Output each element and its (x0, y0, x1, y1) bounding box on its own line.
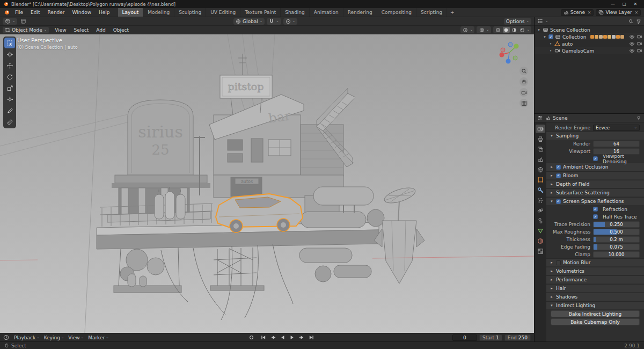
camera-view-button[interactable] (519, 88, 528, 97)
toggle-perspective-button[interactable] (519, 99, 528, 107)
pan-hand-button[interactable] (519, 77, 528, 86)
toggle-eye-icon[interactable] (629, 48, 635, 54)
section-header-shadows[interactable]: ▸Shadows (546, 293, 644, 301)
tool-move[interactable] (4, 60, 15, 71)
toggle-camera-icon[interactable] (636, 41, 642, 47)
tab-scene[interactable] (536, 155, 545, 164)
scene-object-car[interactable] (216, 194, 303, 232)
trace-precision-slider[interactable]: 0.250 (593, 221, 640, 228)
pin-icon[interactable] (636, 115, 641, 121)
timeline-menu-playback[interactable]: Playback⌄ (12, 335, 42, 340)
maximize-button[interactable]: ▢ (619, 1, 630, 8)
section-header-motion-blur[interactable]: ▸Motion Blur (546, 258, 644, 266)
outliner-row-auto[interactable]: •auto (535, 40, 644, 47)
prev-keyframe-button[interactable] (268, 334, 277, 341)
tab-texture[interactable] (536, 247, 545, 256)
outliner-row-scene-collection[interactable]: ▾Scene Collection (535, 26, 644, 33)
workspace-tab-modeling[interactable]: Modeling (143, 8, 174, 17)
overlays-toggle-group[interactable]: ⌄ (477, 26, 491, 33)
tool-cursor[interactable] (4, 49, 15, 60)
collection-checkbox[interactable]: ✓ (548, 34, 553, 39)
max-roughness-slider[interactable]: 0.500 (593, 229, 640, 235)
play-forward-button[interactable] (288, 334, 297, 341)
viewport-canvas[interactable]: sirius 25 bar (0, 34, 534, 333)
section-header-sampling[interactable]: ▾Sampling (546, 132, 644, 140)
outliner-row-gameisocam[interactable]: •GameIsoCam (535, 47, 644, 54)
value-field-render[interactable]: 64 (593, 141, 640, 147)
show-gizmo-icon[interactable] (462, 27, 469, 33)
tool-annotate[interactable] (4, 105, 15, 116)
workspace-tab-rendering[interactable]: Rendering (343, 8, 377, 17)
proportional-editing-toggle[interactable]: ⌄ (283, 18, 297, 25)
workspace-tab-scripting[interactable]: Scripting (416, 8, 447, 17)
clamp-slider[interactable]: 10.000 (593, 251, 640, 258)
shading-material-icon[interactable] (511, 27, 518, 33)
outliner-editor-icon[interactable] (537, 18, 543, 24)
tab-particles[interactable] (536, 196, 545, 205)
shading-rendered-icon[interactable] (519, 27, 526, 33)
scene-building-pitstop[interactable]: bar autos (209, 94, 343, 198)
timeline-menu-marker[interactable]: Marker⌄ (86, 335, 111, 340)
outliner-row-collection[interactable]: ▾✓Collection (535, 33, 644, 40)
view-layer-selector[interactable]: View Layer ✕ (596, 9, 641, 16)
toggle-eye-icon[interactable] (629, 41, 635, 47)
tab-constraints[interactable] (536, 216, 545, 225)
tool-scale[interactable] (4, 83, 15, 93)
workspace-tab-compositing[interactable]: Compositing (377, 8, 416, 17)
value-field-viewport[interactable]: 16 (593, 148, 640, 155)
clear-view-layer-icon[interactable]: ✕ (634, 10, 638, 15)
editor-type-button[interactable]: ⌄ (3, 18, 17, 25)
menu-help[interactable]: Help (95, 8, 114, 17)
tool-transform[interactable] (4, 94, 15, 105)
shading-solid-icon[interactable] (503, 27, 510, 33)
tab-material[interactable] (536, 237, 545, 245)
viewport-menu-view[interactable]: View (51, 26, 70, 34)
current-frame-field[interactable]: 0 (452, 335, 477, 341)
tab-modifiers[interactable] (536, 186, 545, 194)
expand-icon[interactable]: ▸ (550, 260, 554, 265)
expand-icon[interactable]: ▸ (550, 278, 554, 282)
tab-physics[interactable] (536, 206, 545, 215)
viewport-menu-add[interactable]: Add (92, 26, 109, 34)
toggle-camera-icon[interactable] (636, 48, 642, 54)
collapse-icon[interactable]: ▾ (543, 35, 547, 39)
collapse-icon[interactable]: ▾ (550, 134, 554, 138)
toggle-camera-icon[interactable] (636, 34, 642, 40)
jump-end-button[interactable] (307, 334, 316, 341)
timeline-menu-view[interactable]: View⌄ (66, 335, 86, 340)
scene-selector[interactable]: Scene ✕ (561, 9, 594, 16)
mode-dropdown[interactable]: Object Mode ⌄ (3, 27, 49, 33)
edge-fading-slider[interactable]: 0.075 (593, 244, 640, 250)
tool-measure[interactable] (4, 117, 15, 127)
tab-view-layer[interactable] (536, 145, 545, 154)
auto-keying-button[interactable] (247, 334, 256, 341)
expand-icon[interactable]: ▸ (550, 295, 554, 299)
tab-output[interactable] (536, 135, 545, 143)
clear-scene-icon[interactable]: ✕ (587, 10, 591, 15)
viewport-menu-select[interactable]: Select (70, 26, 93, 34)
show-overlays-icon[interactable] (478, 27, 485, 33)
snap-toggle[interactable]: ⌄ (267, 18, 281, 25)
menu-file[interactable]: File (11, 8, 27, 17)
expand-icon[interactable]: ▸ (550, 286, 554, 290)
menu-edit[interactable]: Edit (27, 8, 43, 17)
section-enable-checkbox[interactable]: ✓ (556, 199, 561, 204)
expand-icon[interactable]: ▸ (550, 191, 554, 195)
properties-editor-icon[interactable] (537, 115, 543, 121)
section-header-bloom[interactable]: ▸✓Bloom (546, 171, 644, 179)
expand-icon[interactable]: ▸ (550, 165, 554, 169)
section-header-volumetrics[interactable]: ▸Volumetrics (546, 267, 644, 275)
render-engine-dropdown[interactable]: Eevee ⌄ (593, 125, 640, 131)
tab-data[interactable] (536, 227, 545, 235)
tool-rotate[interactable] (4, 71, 15, 82)
add-workspace-button[interactable]: + (447, 10, 458, 15)
section-enable-checkbox[interactable]: ✓ (556, 165, 561, 170)
tab-world[interactable] (536, 165, 545, 174)
filter-funnel-icon[interactable] (636, 19, 641, 24)
next-keyframe-button[interactable] (297, 334, 306, 341)
minimize-button[interactable]: — (608, 1, 618, 8)
section-header-subsurface-scattering[interactable]: ▸Subsurface Scattering (546, 188, 644, 197)
viewport-menu-object[interactable]: Object (109, 26, 133, 34)
half-res-trace-checkbox[interactable]: ✓ (593, 214, 598, 219)
scene-pod[interactable] (374, 185, 425, 283)
